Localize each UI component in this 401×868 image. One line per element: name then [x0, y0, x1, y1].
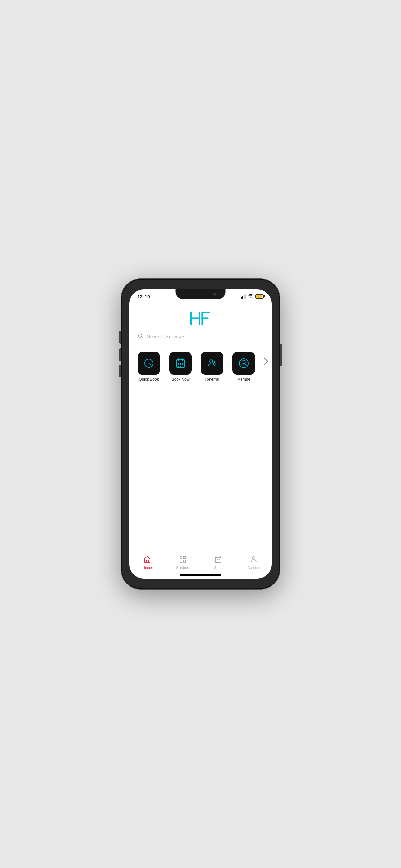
signal-icon	[241, 294, 246, 299]
svg-rect-4	[202, 312, 210, 313]
referral-icon-box	[201, 352, 223, 375]
member-icon-box	[233, 352, 255, 375]
notch	[176, 289, 226, 299]
clock-icon	[143, 358, 155, 369]
quick-book-item[interactable]: Quick Book	[136, 352, 162, 382]
referral-item[interactable]: Referral	[199, 352, 225, 382]
quick-actions: Quick Book	[129, 352, 272, 382]
svg-rect-2	[190, 317, 200, 319]
book-now-icon-box	[169, 352, 192, 375]
services-icon	[179, 555, 187, 564]
page-wrapper: 12:10	[0, 0, 401, 868]
svg-point-21	[210, 360, 213, 363]
home-label: Home	[143, 566, 152, 569]
search-placeholder: Search Services	[147, 334, 186, 340]
calendar-icon	[175, 358, 186, 369]
svg-rect-18	[182, 363, 183, 365]
svg-rect-28	[183, 556, 186, 559]
quick-book-icon-box	[137, 352, 160, 375]
svg-point-22	[213, 363, 216, 365]
svg-rect-27	[180, 556, 182, 559]
svg-rect-20	[180, 366, 181, 367]
nav-shop[interactable]: Shop	[201, 555, 236, 569]
referral-label: Referral	[205, 377, 219, 382]
svg-rect-30	[183, 560, 186, 562]
home-indicator	[180, 575, 221, 576]
member-label: Membe	[237, 377, 250, 382]
nav-account[interactable]: Account	[236, 555, 272, 569]
account-label: Account	[247, 566, 260, 569]
front-camera	[213, 292, 217, 296]
home-icon	[143, 555, 151, 564]
logo-area	[129, 304, 272, 333]
account-icon	[250, 555, 258, 564]
battery-fill	[256, 295, 262, 298]
phone-screen: 12:10	[129, 289, 272, 579]
book-now-item[interactable]: Book Now	[167, 352, 193, 382]
search-bar[interactable]: Search Services	[137, 333, 264, 344]
status-icons	[241, 294, 264, 299]
battery-icon	[255, 294, 264, 299]
svg-point-11	[149, 363, 150, 364]
app-logo	[189, 310, 212, 327]
member-item[interactable]: Membe	[231, 352, 257, 382]
svg-point-32	[252, 557, 255, 559]
svg-rect-5	[202, 317, 208, 319]
quick-book-label: Quick Book	[139, 377, 158, 382]
nav-home[interactable]: Home	[129, 555, 165, 569]
svg-rect-29	[180, 560, 182, 562]
svg-rect-19	[178, 366, 179, 367]
shop-label: Shop	[214, 566, 222, 569]
content-spacer	[129, 382, 272, 552]
member-icon	[238, 358, 250, 369]
svg-line-7	[142, 337, 143, 338]
svg-rect-16	[178, 363, 179, 365]
nav-services[interactable]: Services	[165, 555, 201, 569]
svg-point-26	[242, 361, 245, 364]
status-time: 12:10	[137, 294, 150, 299]
search-icon	[137, 333, 144, 341]
phone-device: 12:10	[121, 279, 280, 589]
svg-rect-17	[180, 363, 181, 365]
app-content: Search Services	[129, 304, 272, 579]
services-label: Services	[176, 566, 189, 569]
chevron-right-icon[interactable]	[264, 358, 268, 367]
shop-icon	[214, 555, 222, 564]
book-now-label: Book Now	[172, 377, 189, 382]
wifi-icon	[248, 294, 253, 299]
referral-icon	[206, 358, 218, 369]
